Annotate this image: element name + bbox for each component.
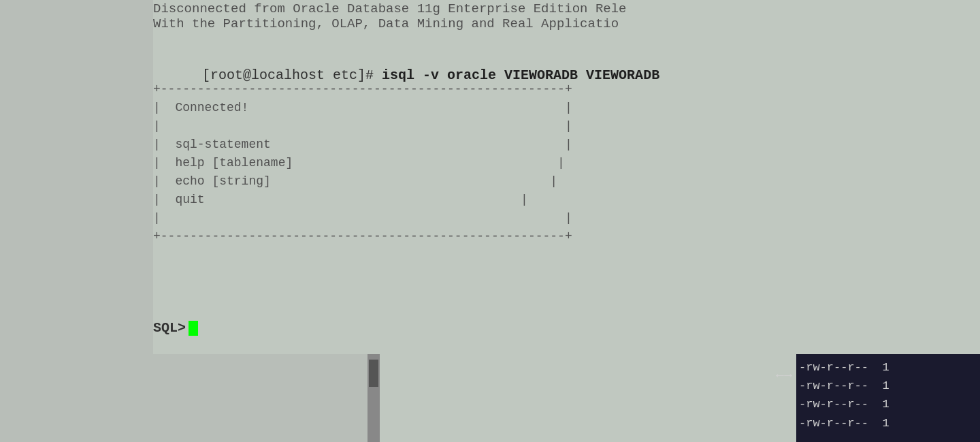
banner-line1: Disconnected from Oracle Database 11g En… — [153, 1, 980, 16]
connected-label: Connected! — [175, 101, 248, 114]
arrow-area: ←→ — [776, 368, 792, 383]
echo-label: echo [string] — [175, 174, 270, 188]
help-line: | help [tablename] | — [153, 154, 711, 172]
isql-box: +---------------------------------------… — [153, 80, 711, 246]
banner-line2: With the Partitioning, OLAP, Data Mining… — [153, 16, 980, 31]
quit-line: | quit | — [153, 191, 711, 209]
connected-line: | Connected! | — [153, 99, 711, 117]
box-blank1: | | — [153, 117, 711, 136]
box-top-border: +---------------------------------------… — [153, 80, 711, 99]
box-blank2: | | — [153, 209, 711, 227]
left-panel — [0, 0, 153, 442]
scrollbar-thumb[interactable] — [369, 360, 378, 387]
sql-prompt-area[interactable]: SQL> — [153, 320, 766, 336]
terminal-screen: Disconnected from Oracle Database 11g En… — [0, 0, 980, 442]
banner-area: Disconnected from Oracle Database 11g En… — [153, 0, 980, 33]
box-bottom-border: +---------------------------------------… — [153, 227, 711, 246]
help-label: help [tablename] — [175, 156, 293, 170]
sql-statement-line: | sql-statement | — [153, 136, 711, 154]
bottom-left-panel — [153, 354, 368, 442]
right-file-panel: -rw-r--r-- 1 -rw-r--r-- 1 -rw-r--r-- 1 -… — [796, 354, 980, 442]
sql-prompt: SQL> — [153, 320, 186, 336]
sql-statement: sql-statement — [175, 138, 270, 151]
scrollbar[interactable] — [368, 354, 380, 442]
quit-label: quit — [175, 193, 204, 206]
cursor — [189, 321, 198, 336]
echo-line: | echo [string] | — [153, 172, 711, 191]
left-arrow-icon: ←→ — [776, 368, 792, 383]
right-panel-text: -rw-r--r-- 1 -rw-r--r-- 1 -rw-r--r-- 1 -… — [796, 354, 980, 437]
